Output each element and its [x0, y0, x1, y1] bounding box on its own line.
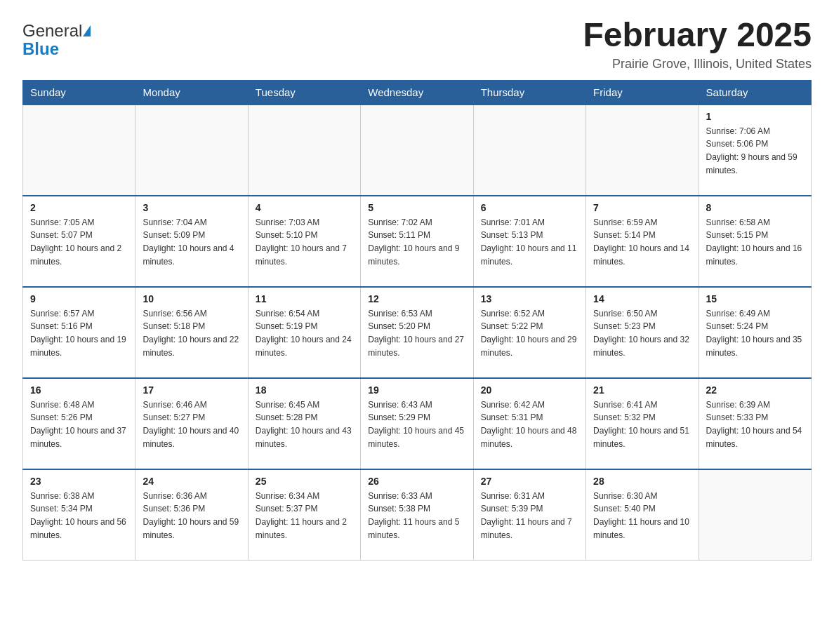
day-number: 16	[30, 384, 128, 396]
day-info: Sunrise: 6:36 AMSunset: 5:36 PMDaylight:…	[143, 490, 240, 542]
calendar-cell: 22Sunrise: 6:39 AMSunset: 5:33 PMDayligh…	[699, 378, 811, 469]
calendar-cell: 10Sunrise: 6:56 AMSunset: 5:18 PMDayligh…	[135, 287, 248, 378]
day-info: Sunrise: 6:43 AMSunset: 5:29 PMDaylight:…	[368, 398, 465, 450]
calendar-cell: 23Sunrise: 6:38 AMSunset: 5:34 PMDayligh…	[23, 469, 135, 561]
calendar-cell	[699, 469, 811, 561]
day-number: 6	[481, 202, 578, 213]
day-number: 26	[368, 476, 465, 487]
day-number: 21	[593, 384, 691, 396]
day-number: 8	[706, 202, 804, 213]
day-info: Sunrise: 6:45 AMSunset: 5:28 PMDaylight:…	[256, 398, 353, 450]
month-title: February 2025	[583, 17, 812, 54]
calendar-cell: 28Sunrise: 6:30 AMSunset: 5:40 PMDayligh…	[586, 469, 699, 561]
day-info: Sunrise: 7:05 AMSunset: 5:07 PMDaylight:…	[30, 216, 128, 268]
day-info: Sunrise: 6:50 AMSunset: 5:23 PMDaylight:…	[593, 307, 691, 359]
calendar-cell: 19Sunrise: 6:43 AMSunset: 5:29 PMDayligh…	[361, 378, 473, 469]
day-number: 17	[143, 384, 240, 396]
calendar-cell: 25Sunrise: 6:34 AMSunset: 5:37 PMDayligh…	[248, 469, 360, 561]
day-info: Sunrise: 6:54 AMSunset: 5:19 PMDaylight:…	[256, 307, 353, 359]
day-number: 12	[368, 293, 465, 304]
day-number: 28	[593, 476, 691, 487]
calendar-cell: 16Sunrise: 6:48 AMSunset: 5:26 PMDayligh…	[23, 378, 135, 469]
calendar-cell: 5Sunrise: 7:02 AMSunset: 5:11 PMDaylight…	[361, 196, 473, 287]
week-row-1: 1Sunrise: 7:06 AMSunset: 5:06 PMDaylight…	[23, 105, 812, 196]
calendar-cell	[361, 105, 473, 196]
day-info: Sunrise: 6:58 AMSunset: 5:15 PMDaylight:…	[706, 216, 804, 268]
day-number: 2	[30, 202, 128, 213]
day-info: Sunrise: 6:59 AMSunset: 5:14 PMDaylight:…	[593, 216, 691, 268]
day-info: Sunrise: 7:03 AMSunset: 5:10 PMDaylight:…	[256, 216, 353, 268]
day-number: 24	[143, 476, 240, 487]
day-info: Sunrise: 6:39 AMSunset: 5:33 PMDaylight:…	[706, 398, 804, 450]
week-row-3: 9Sunrise: 6:57 AMSunset: 5:16 PMDaylight…	[23, 287, 812, 378]
day-number: 10	[143, 293, 240, 304]
day-info: Sunrise: 6:49 AMSunset: 5:24 PMDaylight:…	[706, 307, 804, 359]
weekday-header-row: SundayMondayTuesdayWednesdayThursdayFrid…	[23, 80, 812, 105]
day-number: 23	[30, 476, 128, 487]
day-number: 9	[30, 293, 128, 304]
day-info: Sunrise: 7:02 AMSunset: 5:11 PMDaylight:…	[368, 216, 465, 268]
title-block: February 2025 Prairie Grove, Illinois, U…	[583, 17, 812, 72]
weekday-header-sunday: Sunday	[23, 80, 135, 105]
calendar-cell: 2Sunrise: 7:05 AMSunset: 5:07 PMDaylight…	[23, 196, 135, 287]
calendar-cell: 21Sunrise: 6:41 AMSunset: 5:32 PMDayligh…	[586, 378, 699, 469]
calendar-cell: 13Sunrise: 6:52 AMSunset: 5:22 PMDayligh…	[473, 287, 585, 378]
day-number: 4	[256, 202, 353, 213]
calendar-cell: 12Sunrise: 6:53 AMSunset: 5:20 PMDayligh…	[361, 287, 473, 378]
day-info: Sunrise: 7:01 AMSunset: 5:13 PMDaylight:…	[481, 216, 578, 268]
day-info: Sunrise: 6:56 AMSunset: 5:18 PMDaylight:…	[143, 307, 240, 359]
day-info: Sunrise: 6:41 AMSunset: 5:32 PMDaylight:…	[593, 398, 691, 450]
calendar-cell: 6Sunrise: 7:01 AMSunset: 5:13 PMDaylight…	[473, 196, 585, 287]
day-info: Sunrise: 7:04 AMSunset: 5:09 PMDaylight:…	[143, 216, 240, 268]
calendar-cell: 11Sunrise: 6:54 AMSunset: 5:19 PMDayligh…	[248, 287, 360, 378]
calendar-table: SundayMondayTuesdayWednesdayThursdayFrid…	[22, 80, 812, 561]
day-info: Sunrise: 6:57 AMSunset: 5:16 PMDaylight:…	[30, 307, 128, 359]
day-number: 14	[593, 293, 691, 304]
calendar-cell: 15Sunrise: 6:49 AMSunset: 5:24 PMDayligh…	[699, 287, 811, 378]
logo: General Blue	[22, 21, 91, 59]
calendar-cell: 24Sunrise: 6:36 AMSunset: 5:36 PMDayligh…	[135, 469, 248, 561]
week-row-4: 16Sunrise: 6:48 AMSunset: 5:26 PMDayligh…	[23, 378, 812, 469]
logo-triangle-icon	[83, 25, 91, 36]
day-number: 27	[481, 476, 578, 487]
calendar-cell	[23, 105, 135, 196]
logo-general-text: General	[22, 21, 82, 41]
day-info: Sunrise: 6:48 AMSunset: 5:26 PMDaylight:…	[30, 398, 128, 450]
calendar-cell: 17Sunrise: 6:46 AMSunset: 5:27 PMDayligh…	[135, 378, 248, 469]
day-number: 22	[706, 384, 804, 396]
calendar-cell: 26Sunrise: 6:33 AMSunset: 5:38 PMDayligh…	[361, 469, 473, 561]
day-number: 18	[256, 384, 353, 396]
weekday-header-saturday: Saturday	[699, 80, 811, 105]
day-info: Sunrise: 6:31 AMSunset: 5:39 PMDaylight:…	[481, 490, 578, 542]
day-info: Sunrise: 6:52 AMSunset: 5:22 PMDaylight:…	[481, 307, 578, 359]
week-row-5: 23Sunrise: 6:38 AMSunset: 5:34 PMDayligh…	[23, 469, 812, 561]
day-number: 15	[706, 293, 804, 304]
day-info: Sunrise: 6:46 AMSunset: 5:27 PMDaylight:…	[143, 398, 240, 450]
calendar-cell: 7Sunrise: 6:59 AMSunset: 5:14 PMDaylight…	[586, 196, 699, 287]
day-number: 25	[256, 476, 353, 487]
calendar-cell	[135, 105, 248, 196]
day-number: 19	[368, 384, 465, 396]
day-number: 1	[706, 111, 804, 122]
calendar-cell: 3Sunrise: 7:04 AMSunset: 5:09 PMDaylight…	[135, 196, 248, 287]
day-number: 7	[593, 202, 691, 213]
day-info: Sunrise: 6:33 AMSunset: 5:38 PMDaylight:…	[368, 490, 465, 542]
week-row-2: 2Sunrise: 7:05 AMSunset: 5:07 PMDaylight…	[23, 196, 812, 287]
logo-blue-text: Blue	[22, 39, 59, 59]
location-subtitle: Prairie Grove, Illinois, United States	[583, 57, 812, 72]
calendar-cell: 27Sunrise: 6:31 AMSunset: 5:39 PMDayligh…	[473, 469, 585, 561]
calendar-cell	[473, 105, 585, 196]
day-info: Sunrise: 6:42 AMSunset: 5:31 PMDaylight:…	[481, 398, 578, 450]
weekday-header-thursday: Thursday	[473, 80, 585, 105]
calendar-cell: 14Sunrise: 6:50 AMSunset: 5:23 PMDayligh…	[586, 287, 699, 378]
day-info: Sunrise: 6:30 AMSunset: 5:40 PMDaylight:…	[593, 490, 691, 542]
day-info: Sunrise: 6:38 AMSunset: 5:34 PMDaylight:…	[30, 490, 128, 542]
weekday-header-wednesday: Wednesday	[361, 80, 473, 105]
calendar-cell	[248, 105, 360, 196]
calendar-cell: 20Sunrise: 6:42 AMSunset: 5:31 PMDayligh…	[473, 378, 585, 469]
day-number: 20	[481, 384, 578, 396]
day-info: Sunrise: 7:06 AMSunset: 5:06 PMDaylight:…	[706, 125, 804, 177]
day-number: 11	[256, 293, 353, 304]
page-header: General Blue February 2025 Prairie Grove…	[22, 17, 812, 72]
calendar-cell: 9Sunrise: 6:57 AMSunset: 5:16 PMDaylight…	[23, 287, 135, 378]
